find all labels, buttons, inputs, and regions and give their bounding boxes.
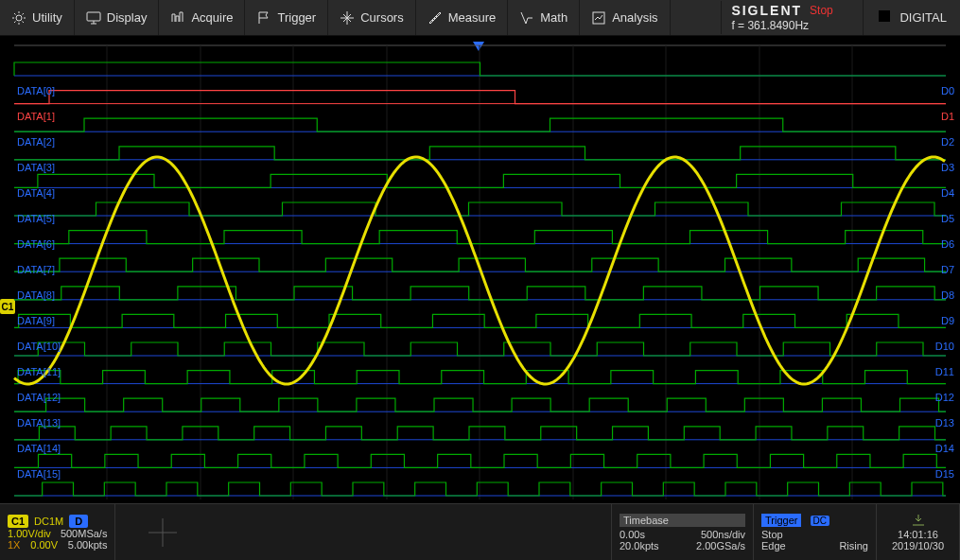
clock-time: 14:01:16 (898, 529, 938, 540)
ruler-icon (428, 10, 443, 26)
save-icon[interactable] (911, 514, 926, 529)
menu-label: Trigger (277, 10, 316, 25)
math-icon (519, 10, 534, 26)
menu-measure[interactable]: Measure (416, 0, 509, 35)
channel-label-left: DATA[12] (17, 392, 61, 403)
trigger-dc: DC (811, 516, 829, 526)
channel-vdiv: 1.00V/div (8, 528, 51, 539)
menu-math[interactable]: Math (508, 0, 580, 35)
menu-analysis[interactable]: Analysis (580, 0, 670, 35)
channel-label-left: DATA[13] (17, 417, 61, 429)
channel-label-left: DATA[6] (17, 238, 61, 250)
svg-rect-4 (881, 13, 887, 19)
flag-icon (256, 10, 271, 26)
channel-label-left: DATA[9] (17, 315, 61, 326)
trigger-frequency: f = 361.8490Hz (731, 19, 853, 32)
menu-display[interactable]: Display (75, 0, 160, 35)
channel-label-left: DATA[14] (17, 443, 61, 454)
waveform-svg (0, 36, 960, 503)
timebase-title: Timebase (620, 514, 745, 527)
channel-label-right: D15 (935, 468, 954, 480)
menu-label: Utility (32, 10, 62, 25)
status-spacer (115, 504, 612, 560)
left-channel-labels: DATA[0]DATA[1]DATA[2]DATA[3]DATA[4]DATA[… (17, 85, 61, 480)
channel-chip: C1 (8, 515, 28, 528)
channel-label-left: DATA[10] (17, 341, 61, 352)
trigger-mode: Stop (761, 529, 783, 540)
channel-label-right: D10 (935, 341, 954, 352)
svg-point-0 (16, 15, 22, 21)
channel-label-left: DATA[15] (17, 468, 61, 480)
channel-status[interactable]: C1 DC1M D 1.00V/div 500MSa/s 1X 0.00V 5.… (0, 504, 115, 560)
brand-label: SIGLENT (731, 3, 802, 18)
digital-label: DIGITAL (899, 10, 947, 25)
acquire-icon (170, 10, 185, 26)
trigger-title: Trigger (761, 514, 801, 527)
channel-label-left: DATA[8] (17, 289, 61, 301)
menu-cursors[interactable]: Cursors (328, 0, 416, 35)
menu-trigger[interactable]: Trigger (245, 0, 328, 35)
menu-label: Display (107, 10, 148, 25)
channel-label-right: D7 (935, 264, 954, 275)
svg-rect-1 (87, 12, 100, 21)
channel-label-left: DATA[0] (17, 85, 61, 96)
channel-label-left: DATA[5] (17, 213, 61, 224)
trigger-slope: Rising (839, 540, 868, 551)
channel-label-right: D9 (935, 315, 954, 326)
channel-label-right: D14 (935, 443, 954, 454)
channel-label-right: D8 (935, 289, 954, 301)
cursors-icon (340, 10, 355, 26)
right-channel-labels: D0D1D2D3D4D5D6D7D8D9D10D11D12D13D14D15 (935, 85, 954, 480)
menu-bar: Utility Display Acquire Trigger Cursors … (0, 0, 960, 36)
crosshair-icon (144, 514, 182, 551)
channel-label-left: DATA[1] (17, 111, 61, 122)
menu-utility[interactable]: Utility (0, 0, 75, 35)
clock-status: 14:01:16 2019/10/30 (877, 504, 960, 560)
digital-icon (877, 9, 892, 26)
mem-depth: 5.00kpts (68, 539, 108, 551)
clock-date: 2019/10/30 (892, 540, 944, 551)
channel-label-right: D13 (935, 417, 954, 429)
run-status: Stop (810, 4, 833, 17)
brand-block: SIGLENT Stop f = 361.8490Hz (721, 1, 863, 34)
channel-label-right: D3 (935, 162, 954, 173)
channel-label-left: DATA[3] (17, 162, 61, 173)
waveform-area[interactable]: C1 DATA[0]DATA[1]DATA[2]DATA[3]DATA[4]DA… (0, 36, 960, 503)
channel-label-left: DATA[11] (17, 366, 61, 377)
status-bar: C1 DC1M D 1.00V/div 500MSa/s 1X 0.00V 5.… (0, 503, 960, 560)
channel-label-right: D1 (935, 111, 954, 122)
menu-label: Acquire (191, 10, 233, 25)
menu-acquire[interactable]: Acquire (159, 0, 245, 35)
analysis-icon (591, 10, 606, 26)
menu-label: Measure (448, 10, 497, 25)
channel-label-right: D5 (935, 213, 954, 224)
channel-label-right: D0 (935, 85, 954, 96)
digital-button[interactable]: DIGITAL (863, 0, 960, 35)
channel-label-right: D4 (935, 187, 954, 199)
menu-label: Cursors (360, 10, 404, 25)
timebase-sa: 2.00GSa/s (696, 540, 745, 551)
sample-rate: 500MSa/s (61, 528, 108, 539)
channel-offset: 0.00V (30, 539, 58, 551)
timebase-div: 500ns/div (701, 529, 745, 540)
trigger-status[interactable]: Trigger DC Stop Edge Rising (754, 504, 877, 560)
digital-chip: D (69, 515, 88, 528)
timebase-pts: 20.0kpts (620, 540, 659, 551)
channel-label-left: DATA[7] (17, 264, 61, 275)
channel-label-right: D2 (935, 136, 954, 148)
channel-label-right: D6 (935, 238, 954, 250)
probe-factor: 1X (8, 539, 20, 551)
channel-label-right: D12 (935, 392, 954, 403)
menu-label: Math (540, 10, 567, 25)
trigger-type: Edge (761, 540, 786, 551)
timebase-status[interactable]: Timebase 0.00s 500ns/div 20.0kpts 2.00GS… (612, 504, 754, 560)
channel-coupling: DC1M (34, 516, 63, 527)
monitor-icon (86, 10, 101, 26)
channel-label-left: DATA[2] (17, 136, 61, 148)
svg-marker-5 (473, 42, 484, 51)
channel-label-right: D11 (935, 366, 954, 377)
gear-icon (11, 10, 26, 26)
channel-label-left: DATA[4] (17, 187, 61, 199)
timebase-delay: 0.00s (620, 529, 645, 540)
menu-label: Analysis (612, 10, 657, 25)
